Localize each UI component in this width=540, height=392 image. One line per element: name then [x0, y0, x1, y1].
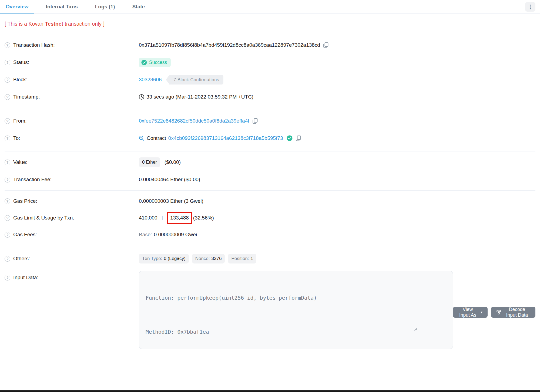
gas-fees-label: Gas Fees:: [13, 232, 37, 238]
value-label: Value:: [13, 159, 27, 165]
gas-fees-base-value: 0.000000009 Gwei: [154, 232, 197, 238]
transaction-hash-value: 0x371a51097fb78df856f8b4a7bd459f192d8cc8…: [139, 42, 320, 48]
gas-limit-label: Gas Limit & Usage by Txn:: [13, 215, 74, 221]
clock-icon: [139, 94, 144, 100]
testnet-warning-bold: Testnet: [45, 21, 63, 27]
section-other: ? Others: Txn Type:0 (Legacy) Nonce:3376…: [0, 247, 540, 351]
testnet-warning-prefix: [ This is a Kovan: [5, 21, 45, 27]
section-gas: ? Gas Price: 0.000000003 Ether (3 Gwei) …: [0, 191, 540, 245]
value-ether-badge: 0 Ether: [139, 157, 160, 167]
row-input-data: ? Input Data: Function: performUpkeep(ui…: [0, 271, 540, 349]
transaction-fee-label: Transaction Fee:: [13, 177, 52, 183]
view-input-as-label: View Input As: [458, 307, 478, 318]
tab-bar: Overview Internal Txns Logs (1) State ⋮: [0, 0, 540, 13]
txn-type-badge: Txn Type:0 (Legacy): [139, 254, 189, 263]
position-key: Position:: [231, 256, 249, 261]
input-data-actions: View Input As ▾ Decode Input Data: [453, 307, 535, 318]
gas-limit-separator: |: [162, 215, 163, 221]
kebab-icon: ⋮: [528, 4, 533, 10]
status-badge: Success: [139, 58, 171, 67]
bottom-gap: [0, 356, 540, 365]
nonce-key: Nonce:: [195, 256, 210, 261]
tab-state[interactable]: State: [127, 0, 150, 13]
help-icon[interactable]: ?: [5, 256, 10, 262]
row-status: ? Status: Success: [0, 54, 540, 71]
row-value: ? Value: 0 Ether ($0.00): [0, 154, 540, 171]
gas-used-annotation-box: 133,488: [167, 212, 192, 224]
more-options-button[interactable]: ⋮: [525, 2, 535, 12]
gas-fees-base-label: Base:: [139, 232, 152, 238]
help-icon[interactable]: ?: [5, 160, 10, 165]
value-usd: ($0.00): [165, 159, 181, 165]
help-icon[interactable]: ?: [5, 215, 10, 221]
section-value: ? Value: 0 Ether ($0.00) ? Transaction F…: [0, 151, 540, 190]
to-address-link[interactable]: 0x4cb093f226983713164a62138c3f718a5b595f…: [168, 135, 283, 141]
verified-check-icon: [287, 135, 293, 141]
row-from: ? From: 0xfee7522e8482682cf50ddc50a0f8da…: [0, 112, 540, 130]
tab-overview[interactable]: Overview: [0, 0, 34, 13]
row-transaction-fee: ? Transaction Fee: 0.000400464 Ether ($0…: [0, 171, 540, 188]
help-icon[interactable]: ?: [5, 42, 10, 48]
help-icon[interactable]: ?: [5, 60, 10, 65]
zoom-in-icon[interactable]: [139, 136, 144, 141]
help-icon[interactable]: ?: [5, 77, 10, 83]
copy-icon[interactable]: [296, 136, 301, 141]
input-data-label: Input Data:: [13, 275, 38, 281]
tab-internal-txns[interactable]: Internal Txns: [41, 0, 83, 13]
help-icon[interactable]: ?: [5, 232, 10, 238]
decode-icon: [496, 310, 501, 315]
decode-input-data-button[interactable]: Decode Input Data: [491, 307, 535, 318]
section-summary: ? Transaction Hash: 0x371a51097fb78df856…: [0, 34, 540, 108]
input-function-line: Function: performUpkeep(uint256 id, byte…: [146, 294, 446, 302]
view-input-as-button[interactable]: View Input As ▾: [453, 307, 488, 318]
help-icon[interactable]: ?: [5, 118, 10, 124]
help-icon[interactable]: ?: [5, 275, 10, 281]
timestamp-value: 33 secs ago (Mar-11-2022 03:59:32 PM +UT…: [146, 94, 253, 100]
row-gas-limit-usage: ? Gas Limit & Usage by Txn: 410,000 | 13…: [0, 209, 540, 226]
txn-type-value: 0 (Legacy): [164, 256, 185, 261]
position-value: 1: [251, 256, 253, 261]
to-label: To:: [13, 135, 20, 141]
bottom-edge: [0, 390, 540, 392]
copy-icon[interactable]: [253, 118, 258, 124]
nonce-badge: Nonce:3376: [192, 254, 225, 263]
check-circle-icon: [141, 60, 147, 65]
copy-icon[interactable]: [323, 42, 328, 48]
tab-logs-label: Logs (1): [95, 4, 115, 10]
tab-logs[interactable]: Logs (1): [90, 0, 120, 13]
row-others: ? Others: Txn Type:0 (Legacy) Nonce:3376…: [0, 249, 540, 268]
input-data-textarea[interactable]: Function: performUpkeep(uint256 id, byte…: [139, 271, 453, 349]
others-label: Others:: [13, 256, 30, 262]
txn-type-key: Txn Type:: [142, 256, 162, 261]
row-to: ? To: Contract 0x4cb093f226983713164a621…: [0, 130, 540, 147]
from-label: From:: [13, 118, 27, 124]
transaction-hash-label: Transaction Hash:: [13, 42, 55, 48]
from-address-link[interactable]: 0xfee7522e8482682cf50ddc50a0f8da2a39effa…: [139, 118, 249, 124]
row-transaction-hash: ? Transaction Hash: 0x371a51097fb78df856…: [0, 36, 540, 54]
nonce-value: 3376: [212, 256, 222, 261]
gas-used-percent: (32.56%): [193, 215, 214, 221]
gas-price-value: 0.000000003 Ether (3 Gwei): [139, 198, 203, 204]
help-icon[interactable]: ?: [5, 136, 10, 141]
section-parties: ? From: 0xfee7522e8482682cf50ddc50a0f8da…: [0, 110, 540, 149]
transaction-fee-value: 0.000400464 Ether ($0.00): [139, 177, 200, 183]
position-badge: Position:1: [228, 254, 256, 263]
transaction-overview-page: Overview Internal Txns Logs (1) State ⋮ …: [0, 0, 540, 392]
testnet-warning-suffix: transaction only ]: [63, 21, 105, 27]
help-icon[interactable]: ?: [5, 177, 10, 183]
input-methodid-line: MethodID: 0x7bbaf1ea: [146, 328, 446, 336]
block-number-link[interactable]: 30328606: [139, 77, 162, 83]
gas-used-value: 133,488: [170, 215, 189, 221]
row-gas-price: ? Gas Price: 0.000000003 Ether (3 Gwei): [0, 193, 540, 209]
tab-state-label: State: [132, 4, 145, 10]
chevron-down-icon: ▾: [481, 310, 482, 314]
help-icon[interactable]: ?: [5, 94, 10, 100]
block-label: Block:: [13, 77, 27, 83]
resize-handle[interactable]: [414, 310, 452, 348]
help-icon[interactable]: ?: [5, 198, 10, 204]
decode-input-data-label: Decode Input Data: [504, 307, 530, 318]
tab-overview-label: Overview: [6, 4, 29, 10]
gas-limit-value: 410,000: [139, 215, 157, 221]
status-badge-text: Success: [149, 60, 167, 65]
row-gas-fees: ? Gas Fees: Base: 0.000000009 Gwei: [0, 226, 540, 243]
